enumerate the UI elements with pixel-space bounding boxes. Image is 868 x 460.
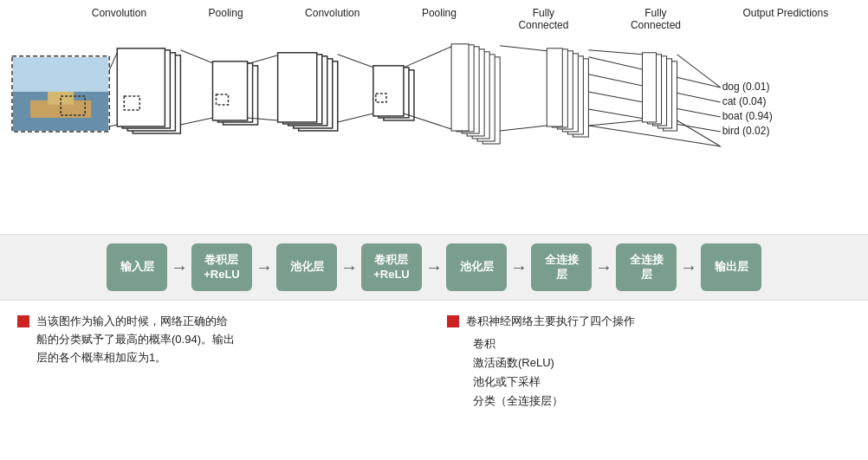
svg-line-7: [109, 53, 117, 70]
svg-line-13: [180, 50, 212, 63]
sub-note-2: 激活函数(ReLU): [466, 355, 851, 371]
label-conv2: Convolution: [305, 7, 360, 19]
note-left-text: 当该图作为输入的时候，网络正确的给船的分类赋予了最高的概率(0.94)。输出层的…: [36, 313, 235, 366]
svg-text:cat (0.04): cat (0.04): [722, 95, 767, 107]
cnn-diagram: dog (0.01) cat (0.04) boat (0.94) bird (…: [9, 36, 859, 235]
svg-line-20: [248, 55, 278, 64]
sub-notes: 卷积 激活函数(ReLU) 池化或下采样 分类（全连接层）: [466, 336, 851, 409]
layer-pool1: 池化层: [276, 243, 337, 291]
sub-note-text-2: 激活函数(ReLU): [473, 355, 554, 371]
pool2-layers: [373, 66, 414, 120]
svg-line-26: [338, 55, 373, 68]
arrow-5: →: [510, 257, 528, 277]
note-right-title: 卷积神经网络主要执行了四个操作: [466, 313, 635, 331]
layer-conv2: 卷积层+ReLU: [361, 243, 422, 291]
label-pool2: Pooling: [422, 7, 457, 19]
svg-rect-42: [547, 49, 562, 126]
svg-text:bird (0.02): bird (0.02): [722, 125, 770, 137]
label-conv1: Convolution: [92, 7, 146, 19]
fc2-layers: [547, 49, 588, 137]
note-right-title-item: 卷积神经网络主要执行了四个操作: [447, 313, 851, 331]
fc1-layers: [451, 44, 500, 144]
red-square-left: [17, 315, 29, 327]
labels-row: Convolution Pooling Convolution Pooling …: [9, 7, 859, 36]
layer-fc2: 全连接层: [616, 243, 677, 291]
red-square-right: [447, 315, 459, 327]
svg-rect-24: [373, 66, 404, 116]
svg-line-59: [588, 50, 642, 55]
arrow-3: →: [340, 257, 358, 277]
sub-note-text-1: 卷积: [473, 336, 496, 352]
svg-line-27: [338, 113, 373, 122]
label-fc1: FullyConnected: [518, 7, 568, 32]
note-left: 当该图作为输入的时候，网络正确的给船的分类赋予了最高的概率(0.94)。输出层的…: [17, 313, 421, 412]
svg-rect-58: [642, 53, 656, 122]
arrow-1: →: [171, 257, 188, 277]
svg-line-36: [404, 113, 451, 129]
pool1-layers: [212, 62, 257, 125]
svg-rect-19: [278, 53, 317, 122]
layer-fc1: 全连接层: [531, 243, 592, 291]
svg-text:dog (0.01): dog (0.01): [722, 81, 770, 93]
svg-rect-34: [451, 44, 469, 131]
layer-input: 输入层: [107, 243, 167, 291]
svg-line-62: [677, 120, 721, 146]
notes-section: 当该图作为输入的时候，网络正确的给船的分类赋予了最高的概率(0.94)。输出层的…: [0, 301, 868, 421]
svg-line-43: [500, 46, 547, 51]
arrow-7: →: [680, 257, 697, 277]
sub-note-text-4: 分类（全连接层）: [473, 393, 563, 409]
svg-line-8: [109, 125, 117, 126]
note-left-item: 当该图作为输入的时候，网络正确的给船的分类赋予了最高的概率(0.94)。输出层的…: [17, 313, 421, 366]
layer-output: 输出层: [701, 243, 761, 291]
conv2-layers: [278, 53, 338, 131]
note-right: 卷积神经网络主要执行了四个操作 卷积 激活函数(ReLU) 池化或下采样 分类（…: [447, 313, 851, 412]
arrow-6: →: [595, 257, 612, 277]
sub-note-4: 分类（全连接层）: [466, 393, 851, 409]
conv1-layers: [117, 49, 180, 133]
label-pool1: Pooling: [209, 7, 243, 19]
arrow-4: →: [425, 257, 443, 277]
layer-pool2: 池化层: [446, 243, 507, 291]
svg-line-14: [180, 118, 212, 125]
label-fc2: FullyConnected: [631, 7, 681, 32]
svg-rect-11: [212, 62, 247, 120]
arrow-2: →: [256, 257, 273, 277]
diagram-section: Convolution Pooling Convolution Pooling …: [0, 0, 868, 234]
svg-text:boat (0.94): boat (0.94): [722, 110, 773, 122]
svg-line-60: [588, 120, 642, 126]
svg-rect-5: [117, 49, 165, 126]
sub-note-1: 卷积: [466, 336, 851, 352]
layer-bar: 输入层 → 卷积层+ReLU → 池化层 → 卷积层+ReLU → 池化层 → …: [0, 234, 868, 301]
sub-note-text-3: 池化或下采样: [473, 374, 541, 390]
layer-conv1: 卷积层+ReLU: [191, 243, 252, 291]
label-out: Output Predictions: [742, 7, 828, 19]
sub-note-3: 池化或下采样: [466, 374, 851, 390]
svg-line-35: [404, 47, 451, 68]
svg-line-44: [500, 126, 547, 131]
